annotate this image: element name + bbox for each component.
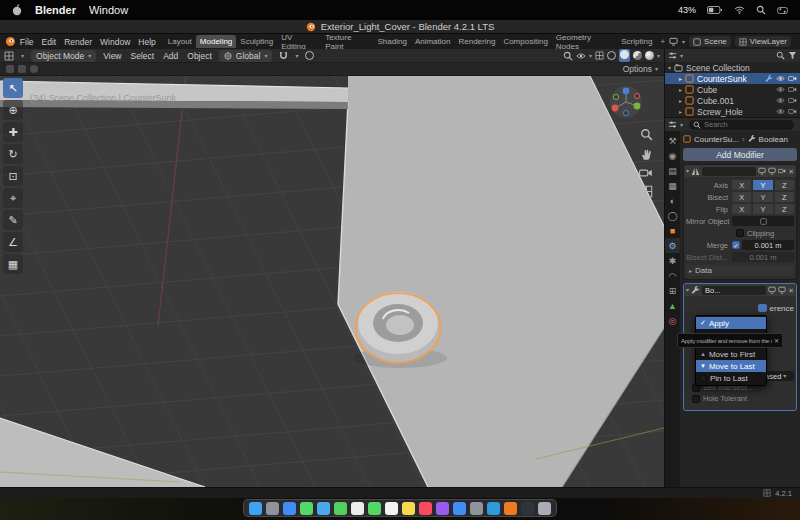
shading-wireframe-icon[interactable]: [607, 51, 616, 60]
menu-render[interactable]: Render: [60, 37, 96, 47]
dock-app-settings[interactable]: [470, 502, 483, 515]
dock-app-facetime[interactable]: [368, 502, 381, 515]
tool-cursor[interactable]: ⊕: [3, 100, 23, 120]
boolean-modifier-header[interactable]: ▾ Bo... ✕: [684, 284, 796, 296]
data-subpanel[interactable]: ▸ Data: [686, 265, 794, 276]
modifier-name-field[interactable]: [702, 167, 756, 176]
view-layer-selector[interactable]: ViewLayer: [735, 36, 791, 47]
properties-tab-view-layer[interactable]: ▦: [665, 178, 680, 193]
show-gizmo-icon[interactable]: [595, 51, 604, 60]
expand-icon[interactable]: ▸: [679, 98, 682, 104]
ortho-grid-icon[interactable]: [640, 185, 653, 198]
dock-app-notes[interactable]: [402, 502, 415, 515]
expand-icon[interactable]: ▾: [668, 65, 671, 71]
menu-item-move-to-last[interactable]: ▼ Move to Last: [696, 360, 766, 372]
dock-app-launchpad[interactable]: [266, 502, 279, 515]
viewport-canvas[interactable]: [0, 76, 664, 487]
render-camera-icon[interactable]: [788, 108, 797, 115]
flip-x-button[interactable]: X: [732, 204, 751, 214]
remove-modifier-icon[interactable]: ✕: [788, 168, 794, 175]
axis-y-button[interactable]: Y: [753, 180, 772, 190]
viewport-search-icon[interactable]: [563, 51, 573, 61]
spotlight-search-icon[interactable]: [756, 5, 766, 15]
scene-selector[interactable]: Scene: [689, 36, 731, 47]
chevron-down-icon[interactable]: ▾: [21, 53, 24, 59]
dock-app-vscode[interactable]: [487, 502, 500, 515]
collapse-icon[interactable]: ▾: [686, 168, 689, 174]
tool-transform[interactable]: ⌖: [3, 188, 23, 208]
workspace-tab-scripting[interactable]: Scripting: [617, 35, 656, 48]
dock-app-app-store[interactable]: [453, 502, 466, 515]
properties-tab-data[interactable]: ▲: [665, 298, 680, 313]
tool-option-icon[interactable]: [30, 65, 38, 73]
outliner-search-icon[interactable]: [776, 51, 785, 60]
tool-scale[interactable]: ⊡: [3, 166, 23, 186]
workspace-tab-sculpting[interactable]: Sculpting: [236, 35, 277, 48]
menu-item-apply[interactable]: ✓ Apply: [696, 317, 766, 329]
flip-z-button[interactable]: Z: [775, 204, 794, 214]
edit-mode-toggle-icon[interactable]: [768, 286, 776, 294]
chevron-down-icon[interactable]: ▾: [680, 53, 683, 59]
bisect-x-button[interactable]: X: [732, 192, 751, 202]
tool-option-icon[interactable]: [6, 65, 14, 73]
gizmo-z-axis[interactable]: [623, 88, 630, 95]
dock-app-calendar[interactable]: [385, 502, 398, 515]
dock-app-messages[interactable]: [300, 502, 313, 515]
tool-annotate[interactable]: ✎: [3, 210, 23, 230]
merge-checkbox[interactable]: ✓: [732, 241, 740, 249]
dock-app-music[interactable]: [419, 502, 432, 515]
expand-icon[interactable]: ▸: [679, 87, 682, 93]
workspace-tab-layout[interactable]: Layout: [164, 35, 196, 48]
blender-menu-icon[interactable]: [5, 36, 16, 47]
properties-tab-modifiers[interactable]: ⚙: [665, 238, 680, 253]
render-toggle-icon[interactable]: [778, 167, 786, 175]
pan-hand-icon[interactable]: [640, 148, 653, 161]
realtime-toggle-icon[interactable]: [768, 167, 776, 175]
modifier-name-field[interactable]: Bo...: [702, 286, 766, 295]
workspace-tab-shading[interactable]: Shading: [374, 35, 411, 48]
transform-orientation-dropdown[interactable]: Global ▾: [219, 50, 273, 62]
menu-file[interactable]: File: [16, 37, 38, 47]
properties-tab-world[interactable]: ◯: [665, 208, 680, 223]
tool-rotate[interactable]: ↻: [3, 144, 23, 164]
render-camera-icon[interactable]: [788, 86, 797, 93]
expand-icon[interactable]: ▸: [679, 76, 682, 82]
clipping-checkbox[interactable]: [736, 229, 744, 237]
edit-mode-toggle-icon[interactable]: [758, 167, 766, 175]
dock-app-maps[interactable]: [334, 502, 347, 515]
menu-edit[interactable]: Edit: [38, 37, 61, 47]
flip-y-button[interactable]: Y: [753, 204, 772, 214]
viewport-menu-select[interactable]: Select: [131, 51, 155, 61]
operation-label-fragment[interactable]: erence: [770, 304, 794, 313]
gizmo-x-neg[interactable]: [634, 93, 639, 98]
dock-app-photos[interactable]: [351, 502, 364, 515]
3d-viewport[interactable]: User Perspective (34) Scene Collection |…: [0, 76, 664, 487]
breadcrumb-modifier[interactable]: Boolean: [759, 135, 788, 144]
menu-help[interactable]: Help: [134, 37, 159, 47]
dock-app-finder[interactable]: [249, 502, 262, 515]
hide-eye-icon[interactable]: [776, 75, 785, 82]
viewport-menu-view[interactable]: View: [103, 51, 121, 61]
dock-app-bin[interactable]: [538, 502, 551, 515]
snap-magnet-icon[interactable]: [279, 51, 288, 60]
scene-browse-icon[interactable]: [669, 37, 678, 46]
properties-tab-physics[interactable]: ◠: [665, 268, 680, 283]
mode-dropdown[interactable]: Object Mode ▾: [31, 50, 96, 62]
dock-app-mail[interactable]: [317, 502, 330, 515]
menubar-app-name[interactable]: Blender: [35, 4, 76, 16]
properties-tab-constraints[interactable]: ⊞: [665, 283, 680, 298]
tool-add-cube[interactable]: ▦: [3, 254, 23, 274]
tool-measure[interactable]: ∠: [3, 232, 23, 252]
bisect-y-button[interactable]: Y: [753, 192, 772, 202]
properties-tab-scene[interactable]: ◐: [665, 193, 680, 208]
chevron-down-icon[interactable]: ▾: [682, 39, 685, 45]
workspace-tab-animation[interactable]: Animation: [411, 35, 455, 48]
bisect-z-button[interactable]: Z: [775, 192, 794, 202]
properties-search-input[interactable]: Search: [689, 120, 794, 130]
shading-solid-icon[interactable]: [619, 49, 630, 62]
render-camera-icon[interactable]: [788, 97, 797, 104]
chevron-down-icon[interactable]: ▾: [680, 122, 683, 128]
outliner-editor-icon[interactable]: [668, 51, 677, 60]
wifi-icon[interactable]: [734, 6, 745, 14]
viewport-menu-object[interactable]: Object: [187, 51, 212, 61]
